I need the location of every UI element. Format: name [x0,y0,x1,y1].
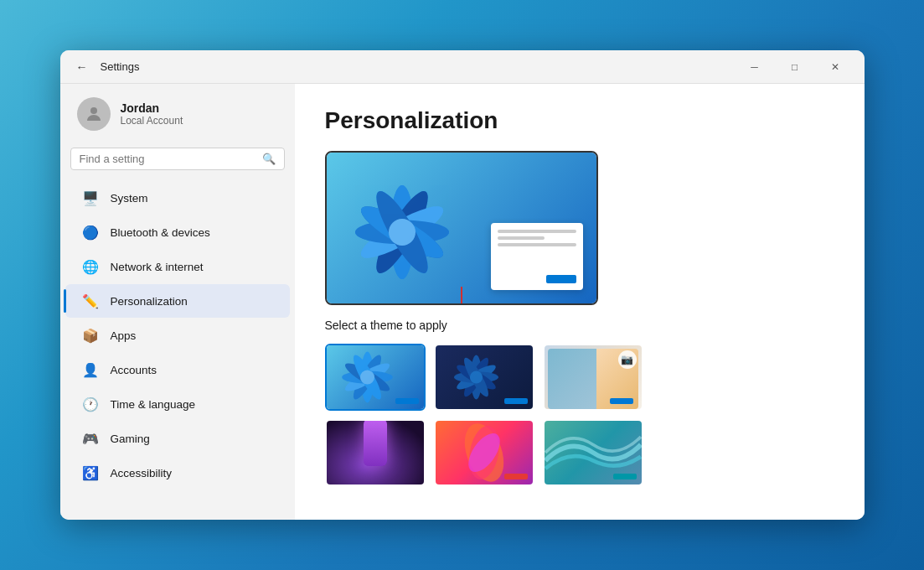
svg-point-0 [90,107,97,114]
theme2-bar [504,398,528,404]
select-theme-label: Select a theme to apply [325,319,834,332]
time-icon: 🕐 [82,396,99,412]
arrow-shaft [461,287,462,303]
sidebar-item-label-network: Network & internet [111,261,204,273]
search-bar[interactable]: 🔍 [70,148,285,170]
theme-image-5 [436,421,533,484]
window-controls: ─ □ ✕ [736,54,854,80]
sidebar-item-label-gaming: Gaming [111,433,150,445]
page-title: Personalization [325,107,834,134]
accessibility-icon: ♿ [82,464,99,481]
window-title: Settings [101,60,140,73]
minimize-button[interactable]: ─ [736,54,774,80]
theme-card-captured-motion[interactable] [434,419,534,486]
sidebar-item-label-system: System [111,192,148,205]
search-icon: 🔍 [262,153,276,165]
preview-bloom-image [335,153,469,305]
sidebar-item-network[interactable]: 🌐 Network & internet [65,250,290,283]
preview-wallpaper [327,153,596,303]
personalization-icon: ✏️ [82,293,99,309]
theme-image-4 [327,421,424,484]
network-icon: 🌐 [82,258,99,275]
sidebar-item-accessibility[interactable]: ♿ Accessibility [65,456,290,490]
close-button[interactable]: ✕ [816,54,854,80]
sidebar-item-accounts[interactable]: 👤 Accounts [65,353,290,386]
dialog-line-2 [498,236,545,240]
dialog-line-1 [498,230,576,233]
sidebar-item-label-personalization: Personalization [111,295,188,308]
themes-grid: 📷 [325,344,834,486]
svg-point-13 [389,219,416,246]
settings-window: ← Settings ─ □ ✕ Jordan Local Account [60,50,865,520]
svg-point-20 [359,370,374,384]
sidebar-item-time[interactable]: 🕐 Time & language [65,387,290,421]
sidebar: Jordan Local Account 🔍 🖥️ System 🔵 Bluet… [60,84,295,520]
sidebar-item-system[interactable]: 🖥️ System [65,181,290,215]
sidebar-item-apps[interactable]: 📦 Apps [65,319,290,352]
theme4-phone [354,419,396,486]
dialog-button [546,275,576,283]
theme-image-6 [545,421,642,484]
titlebar: ← Settings ─ □ ✕ [60,50,865,84]
theme5-bar [504,474,528,479]
user-name: Jordan [121,101,183,115]
theme-image-3: 📷 [545,345,642,409]
gaming-icon: 🎮 [82,430,99,447]
search-input[interactable] [80,153,256,165]
sidebar-item-label-accounts: Accounts [111,364,157,376]
theme-card-windows-light[interactable] [325,344,426,411]
dialog-line-3 [498,243,576,246]
theme-card-windows-dark[interactable] [434,344,534,411]
sidebar-item-gaming[interactable]: 🎮 Gaming [65,422,290,455]
content-area: Jordan Local Account 🔍 🖥️ System 🔵 Bluet… [60,84,865,520]
arrow-head [457,303,467,305]
user-info: Jordan Local Account [121,101,183,127]
apps-icon: 📦 [82,327,99,344]
camera-icon: 📷 [618,350,637,369]
theme-card-glow[interactable] [325,419,426,486]
sidebar-item-bluetooth[interactable]: 🔵 Bluetooth & devices [65,215,290,249]
theme-image-1 [327,345,424,409]
user-account-type: Local Account [121,115,183,127]
theme3-bar [610,398,633,404]
theme3-left [548,349,598,409]
sidebar-item-label-bluetooth: Bluetooth & devices [111,226,210,239]
accounts-icon: 👤 [82,361,99,378]
svg-point-27 [469,370,482,383]
system-icon: 🖥️ [82,189,99,206]
avatar [77,97,111,131]
theme-preview [325,151,598,305]
bluetooth-icon: 🔵 [82,224,99,241]
theme-card-bloom[interactable]: 📷 [543,344,643,411]
theme1-bar [395,398,419,404]
theme-card-flow[interactable] [543,419,643,486]
theme-image-2 [436,345,533,409]
preview-dialog [491,223,583,290]
sidebar-item-personalization[interactable]: ✏️ Personalization [65,284,290,318]
maximize-button[interactable]: □ [776,54,814,80]
back-button[interactable]: ← [70,55,94,79]
arrow-indicator [457,287,467,305]
nav-list: 🖥️ System 🔵 Bluetooth & devices 🌐 Networ… [60,180,295,520]
sidebar-item-label-apps: Apps [111,329,137,342]
theme6-bar [613,474,637,479]
sidebar-item-label-accessibility: Accessibility [111,467,173,479]
main-content: Personalization [295,84,865,520]
user-section: Jordan Local Account [60,84,295,144]
sidebar-item-label-time: Time & language [111,398,196,411]
